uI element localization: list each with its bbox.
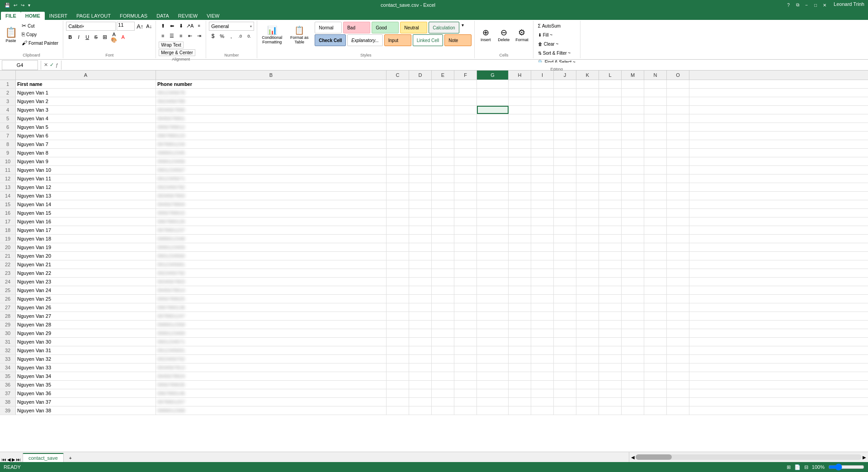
cell-h30[interactable]: [509, 329, 531, 337]
cell-c39[interactable]: [387, 406, 409, 415]
cell-k28[interactable]: [576, 312, 599, 320]
cell-a10[interactable]: Nguyen Van 9: [16, 157, 156, 165]
cell-g4[interactable]: [477, 106, 509, 114]
row-num-6[interactable]: 6: [0, 123, 16, 131]
cell-f36[interactable]: [454, 381, 477, 389]
prev-sheet-btn[interactable]: ◀: [7, 457, 11, 462]
cell-i22[interactable]: [531, 260, 554, 269]
cell-o9[interactable]: [667, 149, 689, 157]
cell-j24[interactable]: [554, 278, 576, 286]
cell-a20[interactable]: Nguyen Van 19: [16, 243, 156, 251]
cell-e10[interactable]: [432, 157, 454, 165]
cell-i28[interactable]: [531, 312, 554, 320]
cell-c33[interactable]: [387, 355, 409, 363]
cell-b29[interactable]: 0989012358: [156, 321, 387, 329]
cell-c16[interactable]: [387, 209, 409, 217]
cell-f15[interactable]: [454, 200, 477, 208]
cell-g37[interactable]: [477, 389, 509, 397]
cell-e31[interactable]: [432, 338, 454, 346]
cell-k5[interactable]: [576, 114, 599, 123]
cell-n10[interactable]: [644, 157, 667, 165]
cell-j22[interactable]: [554, 260, 576, 269]
cell-e13[interactable]: [432, 183, 454, 191]
cell-g8[interactable]: [477, 140, 509, 148]
cell-b21[interactable]: 0901234560: [156, 252, 387, 260]
copy-button[interactable]: ⎘ Copy: [20, 30, 60, 38]
cell-k15[interactable]: [576, 200, 599, 208]
tab-review[interactable]: REVIEW: [174, 12, 202, 20]
next-sheet-btn[interactable]: ▶: [12, 457, 15, 462]
cell-k22[interactable]: [576, 260, 599, 269]
cell-k30[interactable]: [576, 329, 599, 337]
cell-g20[interactable]: [477, 243, 509, 251]
cell-o27[interactable]: [667, 303, 689, 312]
cell-i36[interactable]: [531, 381, 554, 389]
cell-n34[interactable]: [644, 363, 667, 372]
row-num-33[interactable]: 33: [0, 355, 16, 363]
cell-b24[interactable]: 0934567803: [156, 278, 387, 286]
cell-j6[interactable]: [554, 123, 576, 131]
cell-d34[interactable]: [409, 363, 432, 372]
cell-m34[interactable]: [622, 363, 644, 372]
cell-a28[interactable]: Nguyen Van 27: [16, 312, 156, 320]
cell-g18[interactable]: [477, 226, 509, 234]
cell-n38[interactable]: [644, 398, 667, 406]
cell-l18[interactable]: [599, 226, 622, 234]
cell-k23[interactable]: [576, 269, 599, 277]
cell-o33[interactable]: [667, 355, 689, 363]
cell-f12[interactable]: [454, 175, 477, 183]
cell-o31[interactable]: [667, 338, 689, 346]
cell-i24[interactable]: [531, 278, 554, 286]
cell-b32[interactable]: 0912345691: [156, 346, 387, 354]
cell-b25[interactable]: 0945678914: [156, 286, 387, 294]
cell-h10[interactable]: [509, 157, 531, 165]
cell-l14[interactable]: [599, 192, 622, 200]
cell-n16[interactable]: [644, 209, 667, 217]
cell-n4[interactable]: [644, 106, 667, 114]
cell-h33[interactable]: [509, 355, 531, 363]
cell-b5[interactable]: 0945678901: [156, 114, 387, 123]
cell-a16[interactable]: Nguyen Van 15: [16, 209, 156, 217]
cell-k16[interactable]: [576, 209, 599, 217]
cell-m2[interactable]: [622, 89, 644, 97]
decrease-decimal-button[interactable]: .0: [236, 32, 244, 40]
row-num-23[interactable]: 23: [0, 269, 16, 277]
add-sheet-button[interactable]: +: [66, 454, 75, 462]
cell-m24[interactable]: [622, 278, 644, 286]
cell-l38[interactable]: [599, 398, 622, 406]
format-button[interactable]: ⚙ Format: [514, 22, 530, 48]
cell-o34[interactable]: [667, 363, 689, 372]
cell-a23[interactable]: Nguyen Van 22: [16, 269, 156, 277]
cell-j27[interactable]: [554, 303, 576, 312]
cell-j12[interactable]: [554, 175, 576, 183]
cell-k37[interactable]: [576, 389, 599, 397]
align-right-button[interactable]: ≡: [177, 32, 185, 40]
increase-indent-button[interactable]: ⇥: [195, 32, 203, 40]
cell-f25[interactable]: [454, 286, 477, 294]
cell-i31[interactable]: [531, 338, 554, 346]
style-bad[interactable]: Bad: [343, 22, 370, 33]
style-calculation[interactable]: Calculation: [429, 22, 459, 33]
fill-color-button[interactable]: A🎨: [110, 33, 118, 41]
cell-c3[interactable]: [387, 97, 409, 105]
cell-n1[interactable]: [644, 80, 667, 88]
cell-g34[interactable]: [477, 363, 509, 372]
cell-o26[interactable]: [667, 295, 689, 303]
cell-m3[interactable]: [622, 97, 644, 105]
cell-e37[interactable]: [432, 389, 454, 397]
align-bottom-button[interactable]: ⬇: [177, 22, 185, 30]
cell-k21[interactable]: [576, 252, 599, 260]
style-note[interactable]: Note: [444, 34, 472, 46]
cell-j29[interactable]: [554, 321, 576, 329]
cell-k9[interactable]: [576, 149, 599, 157]
cell-m20[interactable]: [622, 243, 644, 251]
cell-e38[interactable]: [432, 398, 454, 406]
cell-f7[interactable]: [454, 132, 477, 140]
cell-d28[interactable]: [409, 312, 432, 320]
formula-input[interactable]: [62, 62, 868, 68]
cell-n31[interactable]: [644, 338, 667, 346]
cell-h37[interactable]: [509, 389, 531, 397]
cell-c19[interactable]: [387, 235, 409, 243]
cell-n24[interactable]: [644, 278, 667, 286]
cell-i37[interactable]: [531, 389, 554, 397]
